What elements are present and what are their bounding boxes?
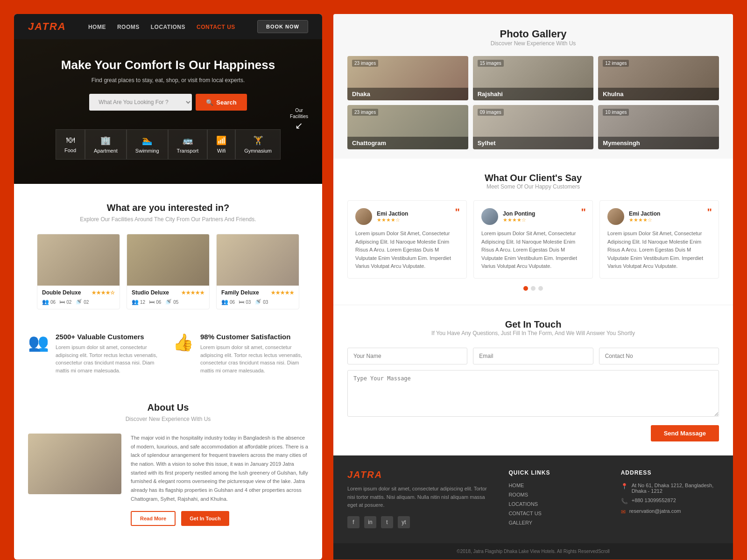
room-card-family-deluxe[interactable]: Family Deluxe ★★★★★ 👥06 🛏03 🚿03: [216, 234, 299, 309]
room-img-bg-2: [127, 234, 209, 286]
contact-send-wrapper: Send Massage: [347, 425, 719, 441]
gallery-item-mymensingh[interactable]: 10 images Mymensingh: [598, 105, 719, 149]
avatar-1: [355, 208, 372, 225]
gallery-sylhet-count: 09 images: [478, 109, 504, 116]
nav-rooms[interactable]: ROOMS: [117, 24, 140, 30]
photo-gallery: Photo Gallery Discover New Experience Wi…: [333, 14, 733, 159]
stat-satisfaction-content: 98% Customer Satisfaction Lorem ipsum do…: [200, 333, 308, 374]
room-studio-deluxe-meta: 👥12 🛏06 🚿05: [132, 299, 204, 305]
reviewer-1-stars: ★★★★☆: [377, 217, 408, 223]
testimonial-header-2: Jon Ponting ★★★★☆: [481, 208, 585, 225]
search-select[interactable]: What Are You Looking For ?: [89, 94, 192, 111]
contact-row-1: [347, 348, 719, 364]
our-facilities-label: OurFacilities ↙: [290, 107, 308, 132]
reviewer-3-name: Emi Jaction: [629, 210, 660, 217]
gallery-item-rajshahi[interactable]: 15 images Rajshahi: [473, 56, 594, 100]
address-phone: 📞 +880 13099552872: [621, 497, 719, 504]
meta-beds-3: 🛏03: [239, 299, 251, 305]
gallery-mymensingh-label: Mymensingh: [598, 137, 719, 149]
facility-gym-label: Gymnasium: [244, 148, 272, 154]
youtube-icon[interactable]: yt: [398, 516, 410, 528]
testimonials-subtitle: Meet Some Of Our Happy Customers: [347, 183, 719, 190]
nav-contact[interactable]: CONTACT US: [197, 24, 235, 30]
dot-2[interactable]: [531, 286, 536, 291]
nav-home[interactable]: HOME: [88, 24, 106, 30]
interest-title: What are you interested in?: [28, 203, 308, 213]
room-cards: Double Deluxe ★★★★☆ 👥06 🛏02 🚿02: [28, 234, 308, 309]
gallery-dhaka-count: 23 images: [352, 60, 378, 67]
gallery-rajshahi-label: Rajshahi: [473, 88, 594, 100]
about-image: [28, 434, 121, 494]
interest-section: What are you interested in? Explore Our …: [14, 184, 322, 319]
about-text-block: The major void in the hospitality indust…: [131, 434, 308, 526]
testimonial-header-1: Emi Jaction ★★★★☆: [355, 208, 459, 225]
footer-link-rooms[interactable]: ROOMS: [508, 492, 606, 497]
dot-3[interactable]: [538, 286, 543, 291]
gallery-item-chattogram[interactable]: 23 images Chattogram: [347, 105, 468, 149]
room-family-deluxe-meta: 👥06 🛏03 🚿03: [221, 299, 294, 305]
facility-transport: 🚌 Transport: [168, 129, 208, 160]
facility-apartment: 🏢 Apartment: [85, 129, 127, 160]
food-icon: 🍽: [66, 135, 75, 145]
quote-icon-2: ": [581, 206, 586, 218]
get-in-touch-button[interactable]: Get In Touch: [181, 511, 229, 526]
footer-description: Lorem ipsum dolor sit amet, consectetur …: [347, 485, 494, 510]
room-double-deluxe-meta: 👥06 🛏02 🚿02: [42, 299, 115, 305]
room-card-double-deluxe[interactable]: Double Deluxe ★★★★☆ 👥06 🛏02 🚿02: [37, 234, 120, 309]
right-panel: Photo Gallery Discover New Experience Wi…: [333, 14, 733, 560]
reviewer-1-info: Emi Jaction ★★★★☆: [377, 210, 408, 223]
gallery-item-sylhet[interactable]: 09 images Sylhet: [473, 105, 594, 149]
customers-icon: 👥: [28, 333, 49, 352]
about-buttons: Read More Get In Touch: [131, 511, 308, 526]
contact-name-input[interactable]: [347, 348, 467, 364]
contact-phone-input[interactable]: [599, 348, 719, 364]
address-title: ADDRESS: [621, 469, 719, 476]
gallery-item-dhaka[interactable]: 23 images Dhaka: [347, 56, 468, 100]
instagram-icon[interactable]: in: [364, 516, 376, 528]
facility-wifi: 📶 Wifi: [207, 129, 235, 160]
reviewer-2-name: Jon Ponting: [503, 210, 535, 217]
our-facilities-text: OurFacilities: [290, 108, 308, 119]
nav-links: HOME ROOMS LOCATIONS CONTACT US: [88, 22, 235, 31]
footer-link-gallery[interactable]: GALLERY: [508, 520, 606, 525]
logo: JATRA: [28, 21, 66, 33]
testimonial-card-1: " Emi Jaction ★★★★☆ Lorem ipsum Dolor Si…: [347, 200, 467, 279]
stat-customers-title: 2500+ Valuable Customers: [56, 333, 163, 341]
left-panel: JATRA HOME ROOMS LOCATIONS CONTACT US BO…: [14, 14, 322, 560]
gallery-grid: 23 images Dhaka 15 images Rajshahi 12 im…: [347, 56, 719, 149]
stat-customers: 👥 2500+ Valuable Customers Lorem ipsum d…: [28, 333, 163, 374]
stat-satisfaction-title: 98% Customer Satisfaction: [200, 333, 308, 341]
footer-link-contact[interactable]: CONTACT US: [508, 511, 606, 516]
address-email: ✉ reservation@jatra.com: [621, 508, 719, 515]
reviewer-1-name: Emi Jaction: [377, 210, 408, 217]
gallery-mymensingh-count: 10 images: [603, 109, 629, 116]
reviewer-3-stars: ★★★★☆: [629, 217, 660, 223]
dot-1[interactable]: [523, 286, 528, 291]
room-double-deluxe-stars: ★★★★☆: [92, 290, 115, 296]
contact-email-input[interactable]: [473, 348, 593, 364]
twitter-icon[interactable]: t: [381, 516, 393, 528]
footer-link-home[interactable]: HOME: [508, 483, 606, 488]
room-card-studio-deluxe[interactable]: Studio Deluxe ★★★★★ 👥12 🛏06 🚿05: [127, 234, 210, 309]
hero-section: Make Your Comfort Is Our Happiness Find …: [14, 39, 322, 184]
send-message-button[interactable]: Send Massage: [651, 425, 719, 441]
stat-customers-text: Lorem ipsum dolor sit amet, consectetur …: [56, 343, 163, 374]
search-icon: 🔍: [206, 99, 213, 106]
about-subtitle: Discover New Experience With Us: [28, 416, 308, 422]
satisfaction-icon: 👍: [173, 333, 194, 352]
contact-message-textarea[interactable]: [347, 370, 719, 417]
email-icon: ✉: [621, 509, 626, 515]
testimonials-dots: [347, 286, 719, 291]
footer-logo: JATRA: [347, 469, 494, 480]
book-now-button[interactable]: BOOK NOW: [257, 20, 308, 33]
facebook-icon[interactable]: f: [347, 516, 359, 528]
contact-subtitle: If You Have Any Questions, Just Fill In …: [347, 330, 719, 336]
gallery-item-khulna[interactable]: 12 images Khulna: [598, 56, 719, 100]
footer-link-locations[interactable]: LOCATIONS: [508, 501, 606, 507]
read-more-button[interactable]: Read More: [131, 511, 176, 526]
room-double-deluxe-info: Double Deluxe ★★★★☆ 👥06 🛏02 🚿02: [37, 286, 120, 309]
search-button[interactable]: 🔍 Search: [196, 94, 247, 111]
room-studio-deluxe-info: Studio Deluxe ★★★★★ 👥12 🛏06 🚿05: [127, 286, 209, 309]
testimonials-title: What Our Client's Say: [347, 173, 719, 183]
nav-locations[interactable]: LOCATIONS: [151, 24, 185, 30]
